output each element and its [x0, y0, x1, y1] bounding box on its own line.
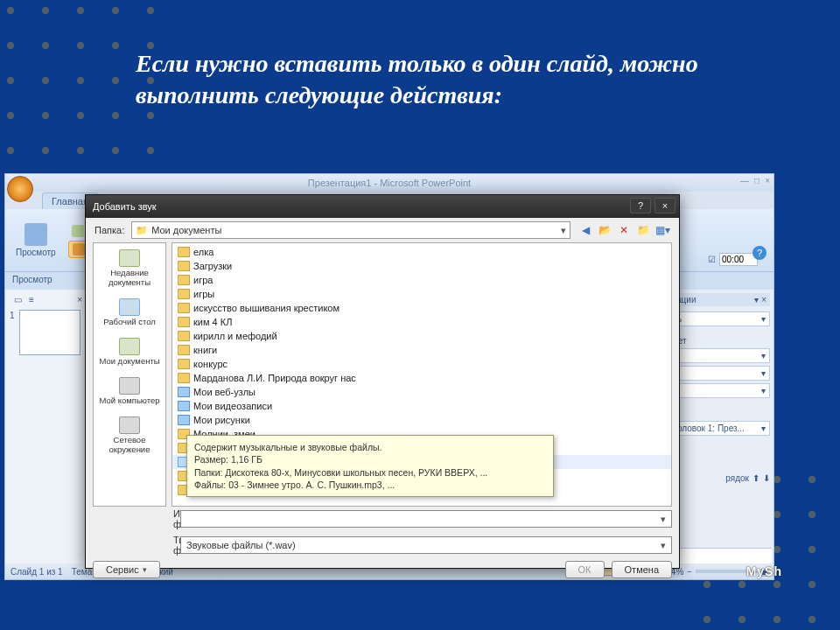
folder-icon [178, 303, 190, 313]
ribbon-preview-group[interactable]: Просмотр [10, 220, 61, 261]
tools-button[interactable]: Сервис [93, 561, 160, 578]
dialog-title: Добавить звук [93, 201, 157, 212]
close-icon[interactable]: × [765, 176, 770, 186]
list-item[interactable]: ким 4 КЛ [172, 315, 671, 329]
folder-combo[interactable]: 📁 Мои документы [131, 221, 570, 239]
folder-icon [178, 317, 190, 327]
list-item[interactable]: игры [172, 287, 671, 301]
panel-close-icon[interactable]: × [77, 295, 82, 304]
task-dropdown-1[interactable]: ▾ [673, 348, 770, 363]
file-name: Марданова Л.И. Природа вокруг нас [193, 373, 356, 383]
status-slide-count: Слайд 1 из 1 [10, 567, 63, 577]
place-desktop[interactable]: Рабочий стол [95, 296, 164, 330]
folder-icon [178, 373, 190, 383]
slide-panel[interactable]: ▭ ≡ × [5, 290, 88, 564]
ok-button[interactable]: ОК [565, 561, 605, 578]
back-icon[interactable]: ◀ [578, 222, 593, 238]
list-item[interactable]: Марданова Л.И. Природа вокруг нас [172, 371, 671, 385]
window-controls: — □ × [740, 176, 770, 186]
folder-label: Папка: [94, 225, 124, 235]
watermark: MySh [746, 564, 782, 578]
list-item[interactable]: Загрузки [172, 259, 671, 273]
preview-icon [24, 223, 47, 246]
file-name: книги [193, 345, 217, 355]
outline-tab-icon[interactable]: ≡ [29, 295, 34, 304]
list-item[interactable]: кирилл и мефодий [172, 329, 671, 343]
file-name: Мои веб-узлы [193, 387, 256, 397]
dialog-help-icon[interactable]: ? [630, 198, 651, 214]
cancel-button[interactable]: Отмена [612, 561, 672, 578]
folder-icon [178, 247, 190, 257]
file-name: кирилл и мефодий [193, 331, 277, 341]
tooltip-line4: Файлы: 03 - Зимнее утро. А. С. Пушкин.mp… [194, 479, 546, 491]
file-name: игра [193, 275, 213, 285]
file-name: игры [193, 289, 214, 299]
folder-icon [178, 289, 190, 299]
file-name: елка [193, 247, 214, 257]
filename-field[interactable] [180, 510, 672, 528]
place-documents[interactable]: Мои документы [95, 335, 164, 369]
folder-icon: 📁 [136, 225, 148, 236]
task-pane-close-icon[interactable]: ▾ × [754, 295, 766, 304]
office-button[interactable] [7, 176, 33, 202]
ornament-top-left [0, 0, 158, 175]
list-item[interactable]: Мои видеозаписи [172, 399, 671, 413]
tooltip-line2: Размер: 1,16 ГБ [194, 453, 546, 466]
folder-icon [178, 415, 190, 425]
list-item[interactable]: конкурс [172, 357, 671, 371]
dialog-bottom: Имя файла: Тип файлов: Звуковые файлы (*… [93, 508, 672, 561]
file-name: Мои видеозаписи [193, 401, 272, 411]
filename-label: Имя файла: [93, 508, 173, 529]
task-dropdown-3[interactable]: ▾ [673, 383, 770, 398]
tooltip: Содержит музыкальные и звуковые файлы. Р… [186, 435, 554, 497]
dialog-body: Недавние документы Рабочий стол Мои доку… [93, 242, 672, 507]
preview-label: Просмотр [16, 248, 56, 257]
task-pane-header: ации ▾ × [673, 293, 770, 306]
list-item[interactable]: елка [172, 245, 671, 259]
place-computer[interactable]: Мой компьютер [95, 374, 164, 409]
up-icon[interactable]: 📂 [597, 222, 612, 238]
help-icon[interactable]: ? [752, 246, 766, 260]
maximize-icon[interactable]: □ [754, 176, 760, 186]
folder-icon [178, 387, 190, 397]
slide-thumbnail[interactable] [19, 310, 80, 355]
folder-icon [178, 261, 190, 271]
auto-advance-checkbox[interactable]: ☑ [708, 255, 716, 264]
minimize-icon[interactable]: — [740, 176, 749, 186]
list-item[interactable]: игра [172, 273, 671, 287]
views-icon[interactable]: ▦▾ [654, 222, 670, 238]
zoom-slider[interactable] [696, 570, 748, 573]
tooltip-line1: Содержит музыкальные и звуковые файлы. [194, 441, 546, 453]
filetype-label: Тип файлов: [93, 535, 173, 556]
list-item[interactable]: Мои веб-узлы [172, 385, 671, 399]
place-network[interactable]: Сетевое окружение [95, 414, 164, 458]
anim-icon [72, 225, 84, 237]
reorder-down-icon[interactable]: ⬇ [763, 473, 770, 483]
new-folder-icon[interactable]: 📁 [635, 222, 651, 238]
list-item[interactable]: Мои рисунки [172, 413, 671, 427]
dialog-close-icon[interactable]: × [654, 198, 676, 214]
place-recent[interactable]: Недавние документы [95, 247, 164, 290]
zoom-out-icon[interactable]: − [687, 567, 692, 577]
tooltip-line3: Папки: Дискотека 80-х, Минусовки школьны… [194, 466, 546, 479]
list-item[interactable]: книги [172, 343, 671, 357]
places-bar: Недавние документы Рабочий стол Мои доку… [93, 242, 166, 507]
task-effect-item[interactable]: оловок 1: През...▾ [673, 421, 770, 436]
slides-tab-icon[interactable]: ▭ [14, 295, 22, 304]
folder-icon [178, 345, 190, 355]
window-title: Презентация1 - Microsoft PowerPoint [308, 178, 471, 188]
file-name: Мои рисунки [193, 415, 250, 425]
reorder-up-icon[interactable]: ⬆ [752, 473, 760, 483]
file-list[interactable]: елкаЗагрузкииграигрыискусство вышивания … [172, 242, 672, 507]
task-dropdown-2[interactable]: ▾ [673, 366, 770, 381]
task-add-effect[interactable]: ь▾ [673, 312, 770, 326]
filetype-field[interactable]: Звуковые файлы (*.wav) [180, 536, 672, 554]
file-name: конкурс [193, 359, 228, 369]
dialog-titlebar: Добавить звук ? × [86, 195, 679, 218]
insert-sound-dialog: Добавить звук ? × Папка: 📁 Мои документы… [85, 194, 680, 569]
slide-heading: Если нужно вставить только в один слайд,… [136, 48, 766, 112]
task-reorder: рядок ⬆ ⬇ [673, 473, 770, 483]
folder-icon [178, 401, 190, 411]
delete-icon[interactable]: ✕ [616, 222, 632, 238]
list-item[interactable]: искусство вышивания крестиком [172, 301, 671, 315]
